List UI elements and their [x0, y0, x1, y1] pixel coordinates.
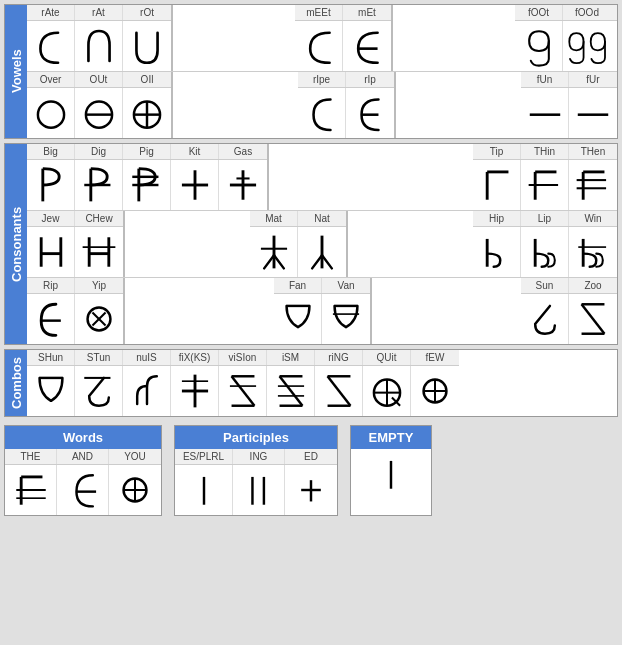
vowels-group2: mEEt mEt [295, 5, 393, 71]
quit-svg [369, 369, 405, 413]
s-fan [274, 294, 322, 344]
fixks-svg [177, 369, 213, 413]
rat-svg [81, 24, 117, 68]
s-empty [351, 449, 431, 499]
h-nat: Nat [298, 211, 346, 226]
header-food: fOOd [563, 5, 611, 20]
s-kit [171, 160, 219, 210]
svg-point-1 [37, 102, 63, 128]
s-mat [250, 227, 298, 277]
yip-svg [81, 297, 117, 341]
header-rip: rIp [346, 72, 394, 87]
consonants-label: Consonants [5, 144, 27, 344]
header-rot: rOt [123, 5, 171, 20]
s-quit [363, 366, 411, 416]
h-ed: ED [285, 449, 337, 464]
rate-svg [33, 24, 69, 68]
h-chew: CHew [75, 211, 123, 226]
vowels-group1: rAte rAt rOt [27, 5, 173, 71]
cons-group2: Tip THin THen [473, 144, 617, 210]
h-nuis: nuIS [123, 350, 171, 365]
s-lip [521, 227, 569, 277]
sym-oil [123, 88, 171, 138]
h-van: Van [322, 278, 370, 293]
sym-rip [346, 88, 394, 138]
s-zoo [569, 294, 617, 344]
s-ism [267, 366, 315, 416]
h-mat: Mat [250, 211, 298, 226]
vowels-gap4 [396, 72, 521, 138]
sym-out [75, 88, 123, 138]
h-then: THen [569, 144, 617, 159]
h-kit: Kit [171, 144, 219, 159]
fun-svg [524, 91, 566, 135]
cons-group8: Sun Zoo [521, 278, 617, 344]
h-and: AND [57, 449, 109, 464]
h-zoo: Zoo [569, 278, 617, 293]
ism-svg [273, 369, 309, 413]
ed-svg [293, 468, 329, 512]
cons-group4: Mat Nat [250, 211, 348, 277]
h-ism: iSM [267, 350, 315, 365]
h-gas: Gas [219, 144, 267, 159]
food-svg [565, 24, 615, 68]
empty-section: EMPTY [350, 425, 432, 516]
header-foot: fOOt [515, 5, 563, 20]
s-you [109, 465, 161, 515]
esplrl-svg [186, 468, 222, 512]
fan-svg [280, 297, 316, 341]
over-svg [33, 91, 69, 135]
s-gas [219, 160, 267, 210]
s-chew [75, 227, 123, 277]
sym-met [343, 21, 391, 71]
s-esplrl [175, 465, 233, 515]
s-yip [75, 294, 123, 344]
s-stun [75, 366, 123, 416]
header-oil: OIl [123, 72, 171, 87]
s-nat [298, 227, 346, 277]
s-fixks [171, 366, 219, 416]
h-big: Big [27, 144, 75, 159]
header-met: mEt [343, 5, 391, 20]
bottom-container: Words THE AND YOU [4, 425, 618, 516]
consonants-row2: Jew CHew [27, 211, 617, 278]
s-rip2 [27, 294, 75, 344]
pig-svg [129, 163, 165, 207]
combos-row: SHun STun nuIS fiX(KS) viSIon iSM riNG Q… [27, 350, 617, 416]
cons-group5: Hip Lip Win [473, 211, 617, 277]
vowels-gap1 [173, 5, 295, 71]
h-yip: Yip [75, 278, 123, 293]
words-section: Words THE AND YOU [4, 425, 162, 516]
s-jew [27, 227, 75, 277]
h-ing: ING [233, 449, 285, 464]
s-vision [219, 366, 267, 416]
consonants-section: Consonants Big Dig Pig Kit Gas [4, 143, 618, 345]
s-tip [473, 160, 521, 210]
gas-svg [225, 163, 261, 207]
h-the: THE [5, 449, 57, 464]
cons-group7: Fan Van [274, 278, 372, 344]
out-svg [81, 91, 117, 135]
h-tip: Tip [473, 144, 521, 159]
consonants-row3: Rip Yip [27, 278, 617, 344]
sym-rot [123, 21, 171, 71]
s-big [27, 160, 75, 210]
h-fixks: fiX(KS) [171, 350, 219, 365]
sym-foot [515, 21, 563, 71]
sym-ripe [298, 88, 346, 138]
s-nuis [123, 366, 171, 416]
svg-line-64 [279, 376, 302, 405]
combos-section: Combos SHun STun nuIS fiX(KS) viSIon iSM… [4, 349, 618, 417]
met-svg [349, 24, 385, 68]
cons-gap3 [348, 211, 473, 277]
h-pig: Pig [123, 144, 171, 159]
thin-svg [527, 163, 563, 207]
vowels-gap3 [173, 72, 298, 138]
foot-svg [521, 24, 557, 68]
consonants-row1: Big Dig Pig Kit Gas [27, 144, 617, 211]
words-title: Words [5, 426, 161, 449]
header-meet: mEEt [295, 5, 343, 20]
fur-svg [572, 91, 614, 135]
sym-fun [521, 88, 569, 138]
h-vision: viSIon [219, 350, 267, 365]
